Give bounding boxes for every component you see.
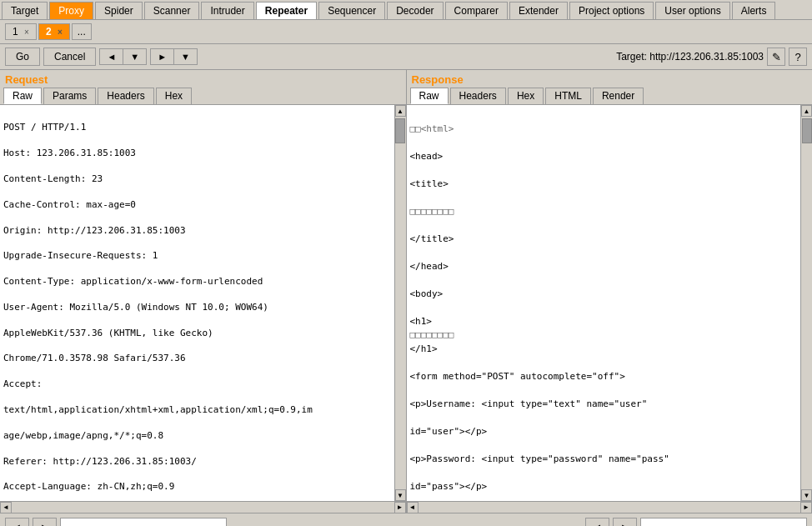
tab-extender[interactable]: Extender xyxy=(509,2,568,19)
repeater-toolbar: Go Cancel ◄ ▼ ► ▼ Target: http://123.206… xyxy=(0,44,812,70)
response-content[interactable]: □□<html> <head> <title> □□□□□□□□ </title… xyxy=(407,105,801,501)
resp-line-6: </head> xyxy=(410,260,798,274)
cancel-button[interactable]: Cancel xyxy=(43,48,96,66)
resp-line-8: <h1>□□□□□□□□</h1> xyxy=(410,315,798,357)
request-line-content-length: Content-Length: 23 xyxy=(3,173,391,185)
response-title: Response xyxy=(407,70,813,88)
request-line-accept-types: text/html,application/xhtml+xml,applicat… xyxy=(3,403,391,416)
tab-comparer[interactable]: Comparer xyxy=(445,2,508,19)
request-line-chrome: Chrome/71.0.3578.98 Safari/537.36 xyxy=(3,352,391,364)
request-line-user-agent: User-Agent: Mozilla/5.0 (Windows NT 10.0… xyxy=(3,301,391,313)
request-line-referer: Referer: http://123.206.31.85:1003/ xyxy=(3,455,391,468)
request-tabs: Raw Params Headers Hex xyxy=(0,88,406,105)
response-tabs: Raw Headers Hex HTML Render xyxy=(407,88,813,105)
request-line-accept-lang: Accept-Language: zh-CN,zh;q=0.9 xyxy=(3,480,391,493)
bottom-right-input[interactable] xyxy=(640,518,807,527)
tab-project-options[interactable]: Project options xyxy=(569,2,654,19)
request-line-cache-control: Cache-Control: max-age=0 xyxy=(3,198,391,211)
resp-scrollbar-thumb[interactable] xyxy=(802,118,812,143)
resp-scrollbar-up[interactable]: ▲ xyxy=(801,105,812,117)
response-tab-render[interactable]: Render xyxy=(593,88,644,104)
resp-scroll-right[interactable]: ► xyxy=(800,502,812,513)
tab-more-button[interactable]: ... xyxy=(72,23,92,40)
tab-user-options[interactable]: User options xyxy=(655,2,729,19)
bottom-left: ◄ ► xyxy=(5,518,227,527)
tab-number-1-close[interactable]: × xyxy=(24,28,29,37)
response-tab-headers[interactable]: Headers xyxy=(450,88,506,104)
forward-dropdown[interactable]: ▼ xyxy=(173,48,198,65)
back-dropdown[interactable]: ▼ xyxy=(123,48,147,65)
tab-target[interactable]: Target xyxy=(2,2,48,19)
resp-line-10: <p>Username: <input type="text" name="us… xyxy=(410,398,798,412)
resp-line-4: □□□□□□□□ xyxy=(410,205,798,219)
request-line-accept: Accept: xyxy=(3,378,391,390)
scrollbar-left-arrow[interactable]: ◄ xyxy=(0,502,12,513)
tab-scanner[interactable]: Scanner xyxy=(144,2,200,19)
request-line-accept-types2: age/webp,image/apng,*/*;q=0.8 xyxy=(3,429,391,442)
request-line-host: Host: 123.206.31.85:1003 xyxy=(3,147,391,159)
request-tab-hex[interactable]: Hex xyxy=(156,88,192,104)
tab-decoder[interactable]: Decoder xyxy=(387,2,443,19)
resp-line-11: id="user"></p> xyxy=(410,425,798,439)
scrollbar-thumb[interactable] xyxy=(395,118,405,143)
tab-spider[interactable]: Spider xyxy=(95,2,143,19)
tab-sequencer[interactable]: Sequencer xyxy=(318,2,385,19)
resp-scrollbar-down[interactable]: ▼ xyxy=(801,489,812,501)
request-line-origin: Origin: http://123.206.31.85:1003 xyxy=(3,224,391,237)
edit-target-button[interactable]: ✎ xyxy=(767,48,785,66)
bottom-forward-button[interactable]: ► xyxy=(33,518,57,527)
tab-alerts[interactable]: Alerts xyxy=(732,2,776,19)
bottom-toolbar: ◄ ► ◄ ► xyxy=(0,513,812,526)
tab-repeater[interactable]: Repeater xyxy=(256,2,317,19)
tab-intruder[interactable]: Intruder xyxy=(201,2,253,19)
bottom-right: ◄ ► xyxy=(585,518,807,527)
request-panel: Request Raw Params Headers Hex POST / HT… xyxy=(0,70,407,513)
request-line-upgrade: Upgrade-Insecure-Requests: 1 xyxy=(3,249,391,262)
help-button[interactable]: ? xyxy=(789,48,807,66)
response-tab-hex[interactable]: Hex xyxy=(508,88,544,104)
tab-number-2-close[interactable]: × xyxy=(58,28,63,37)
bottom-search-input[interactable] xyxy=(60,518,227,527)
resp-line-12: <p>Password: <input type="password" name… xyxy=(410,453,798,467)
bottom-right-forward[interactable]: ► xyxy=(613,518,637,527)
request-content[interactable]: POST / HTTP/1.1 Host: 123.206.31.85:1003… xyxy=(0,105,394,501)
bottom-back-button[interactable]: ◄ xyxy=(5,518,29,527)
bottom-right-back[interactable]: ◄ xyxy=(585,518,609,527)
resp-line-3: <title> xyxy=(410,178,798,192)
tab-number-1-label: 1 xyxy=(13,26,18,38)
go-button[interactable]: Go xyxy=(5,48,40,66)
resp-line-9: <form method="POST" autocomplete="off"> xyxy=(410,370,798,384)
tab-number-1[interactable]: 1 × xyxy=(5,23,37,40)
request-tab-headers[interactable]: Headers xyxy=(98,88,153,104)
tab-number-2-label: 2 xyxy=(46,26,52,38)
request-tab-raw[interactable]: Raw xyxy=(3,88,42,104)
scrollbar-right-arrow[interactable]: ► xyxy=(394,502,406,513)
response-tab-html[interactable]: HTML xyxy=(545,88,591,104)
response-panel: Response Raw Headers Hex HTML Render □□<… xyxy=(407,70,813,513)
request-title: Request xyxy=(0,70,406,88)
resp-line-1: □□<html> xyxy=(410,123,798,137)
resp-line-13: id="pass"></p> xyxy=(410,480,798,494)
back-forward-group: ◄ ▼ xyxy=(99,48,147,65)
response-tab-raw[interactable]: Raw xyxy=(410,88,449,104)
main-nav: Target Proxy Spider Scanner Intruder Rep… xyxy=(0,0,812,20)
target-url: Target: http://123.206.31.85:1003 xyxy=(616,51,764,63)
scrollbar-up-arrow[interactable]: ▲ xyxy=(395,105,406,117)
tab-number-2[interactable]: 2 × xyxy=(38,23,70,40)
forward-button[interactable]: ► xyxy=(150,48,173,65)
request-line-content-type: Content-Type: application/x-www-form-url… xyxy=(3,275,391,288)
resp-line-5: </title> xyxy=(410,233,798,247)
back-button[interactable]: ◄ xyxy=(99,48,123,65)
resp-scroll-left[interactable]: ◄ xyxy=(407,502,419,513)
resp-line-2: <head> xyxy=(410,150,798,164)
repeater-tabs: 1 × 2 × ... xyxy=(0,20,812,44)
tab-proxy[interactable]: Proxy xyxy=(49,2,93,19)
request-line-webkit: AppleWebKit/537.36 (KHTML, like Gecko) xyxy=(3,327,391,339)
scrollbar-down-arrow[interactable]: ▼ xyxy=(395,489,406,501)
request-line-method: POST / HTTP/1.1 xyxy=(3,121,391,133)
forward-group: ► ▼ xyxy=(150,48,198,65)
main-content: Request Raw Params Headers Hex POST / HT… xyxy=(0,70,812,513)
request-tab-params[interactable]: Params xyxy=(43,88,96,104)
resp-line-7: <body> xyxy=(410,288,798,302)
